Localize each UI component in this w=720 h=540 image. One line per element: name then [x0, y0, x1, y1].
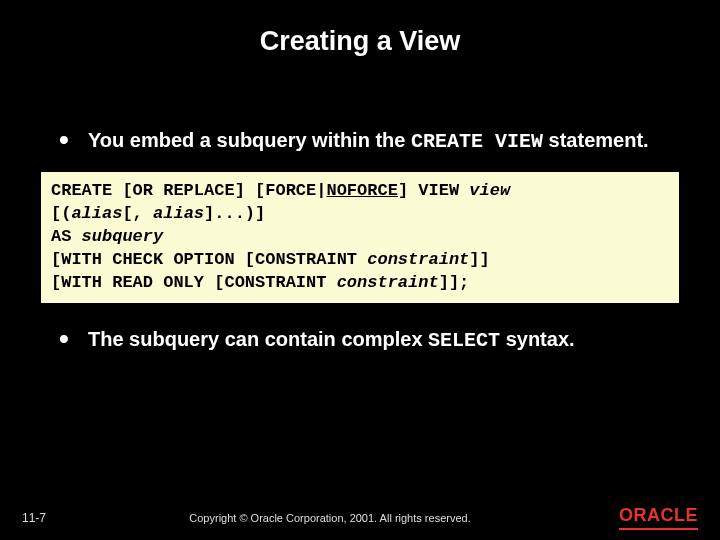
footer: 11-7 Copyright © Oracle Corporation, 200… — [0, 505, 720, 530]
bullet-post: syntax. — [500, 328, 574, 350]
slide-body: • You embed a subquery within the CREATE… — [0, 57, 720, 354]
bullet-code: CREATE VIEW — [411, 130, 543, 153]
oracle-logo-text: ORACLE — [619, 505, 698, 530]
bullet-text: You embed a subquery within the CREATE V… — [88, 127, 649, 155]
code-block: CREATE [OR REPLACE] [FORCE|NOFORCE] VIEW… — [40, 171, 680, 304]
bullet-pre: You embed a subquery within the — [88, 129, 411, 151]
code-line: [(alias[, alias]...)] — [51, 203, 669, 226]
code-line: [WITH READ ONLY [CONSTRAINT constraint]]… — [51, 272, 669, 295]
bullet-item: • The subquery can contain complex SELEC… — [40, 326, 680, 354]
code-line: AS subquery — [51, 226, 669, 249]
oracle-logo: ORACLE — [588, 505, 698, 530]
bullet-pre: The subquery can contain complex — [88, 328, 428, 350]
bullet-dot-icon: • — [40, 127, 88, 151]
bullet-code: SELECT — [428, 329, 500, 352]
bullet-post: statement. — [543, 129, 649, 151]
code-line: [WITH CHECK OPTION [CONSTRAINT constrain… — [51, 249, 669, 272]
slide-title: Creating a View — [0, 0, 720, 57]
bullet-dot-icon: • — [40, 326, 88, 350]
page-number: 11-7 — [22, 511, 72, 525]
slide: Creating a View • You embed a subquery w… — [0, 0, 720, 540]
bullet-item: • You embed a subquery within the CREATE… — [40, 127, 680, 155]
code-line: CREATE [OR REPLACE] [FORCE|NOFORCE] VIEW… — [51, 180, 669, 203]
copyright-text: Copyright © Oracle Corporation, 2001. Al… — [72, 512, 588, 524]
bullet-text: The subquery can contain complex SELECT … — [88, 326, 575, 354]
